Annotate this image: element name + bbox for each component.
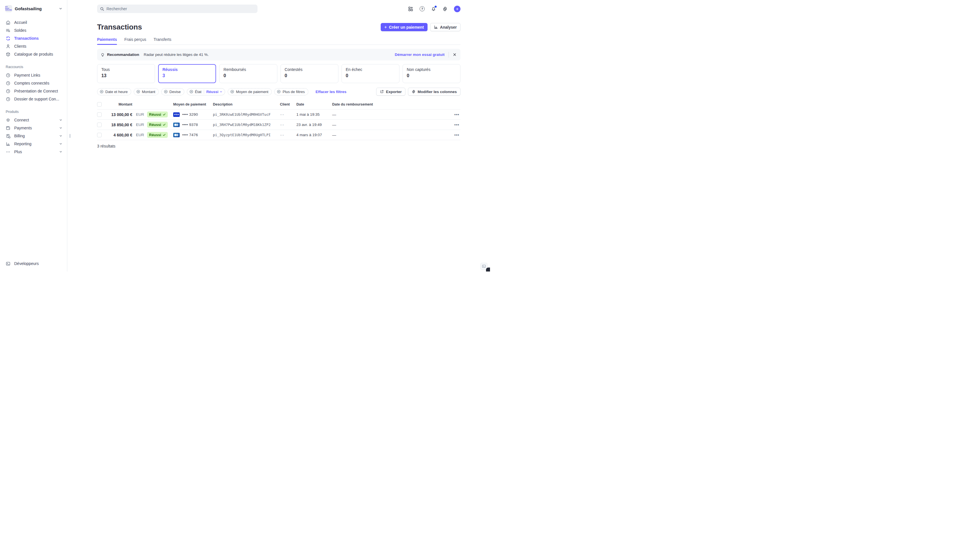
card-number: •••• 3290 [182,112,198,117]
sidebar-item-label: Reporting [14,141,59,146]
start-free-trial-link[interactable]: Démarrer mon essai gratuit [395,52,445,57]
check-icon [163,133,166,137]
sidebar-item-developpeurs[interactable]: Développeurs [0,260,67,268]
home-icon [6,20,11,25]
filter-chip-montant[interactable]: Montant [134,88,159,95]
row-actions-menu[interactable]: ••• [450,112,460,117]
sidebar-item-label: Soldes [14,28,62,33]
create-new-button[interactable]: + [454,6,460,12]
sidebar-item-dossier-support[interactable]: Dossier de support Con... [0,95,67,103]
sidebar-item-presentation-connect[interactable]: Présentation de Connect [0,87,67,95]
analyze-button[interactable]: Analyser [430,23,460,31]
logo-text-line2: SAILING [5,10,12,11]
chevron-down-icon [59,126,62,130]
status-filter-cards: Tous 13 Réussis 3 Remboursés 0 Contestés… [97,64,460,83]
terminal-icon [6,261,11,266]
row-checkbox[interactable] [97,112,102,117]
account-switcher[interactable]: GO FAST SAILING Gofastsailing [0,5,67,12]
tab-frais-percus[interactable]: Frais perçus [124,37,146,44]
row-actions-menu[interactable]: ••• [450,133,460,137]
notification-dot [434,6,437,8]
chip-label: Montant [142,90,155,94]
sidebar: GO FAST SAILING Gofastsailing Accueil So… [0,0,67,272]
date-cell: 4 mars à 19:07 [296,133,332,137]
analyze-label: Analyser [440,25,457,30]
sidebar-item-label: Présentation de Connect [14,89,62,93]
row-actions-menu[interactable]: ••• [450,122,460,127]
table-row[interactable]: 13 000,00 € EUR Réussi •••• 3290 pi_3RK0… [97,110,460,120]
select-all-checkbox[interactable] [97,102,102,107]
export-button[interactable]: Exporter [376,88,406,95]
sidebar-item-label: Catalogue de produits [14,52,62,56]
sidebar-item-comptes-connectes[interactable]: Comptes connectés [0,79,67,87]
card-label: Réussis [162,67,212,72]
banner-tag: Recommandation [107,52,139,57]
column-header-date-remboursement: Date du remboursement [332,102,450,106]
filter-chip-etat[interactable]: État Réussi [187,88,226,95]
create-payment-button[interactable]: + Créer un paiement [381,23,428,31]
column-header-client: Client [280,102,296,106]
description-cell: pi_3RH7PwE1UblM0ydM18Kk1ZP2 [213,122,280,127]
page-header: Transactions + Créer un paiement Analyse… [97,23,460,32]
filter-card-tous[interactable]: Tous 13 [97,64,155,83]
card-value: 0 [407,73,456,78]
clock-icon [6,73,11,78]
row-checkbox[interactable] [97,133,102,137]
sidebar-item-label: Payments [14,126,59,130]
filter-chip-devise[interactable]: Devise [161,88,184,95]
connect-icon [6,118,11,122]
search-input[interactable] [107,6,255,11]
search-icon [100,7,104,11]
settings-gear-icon[interactable] [442,6,448,12]
filter-card-contestes[interactable]: Contestés 0 [280,64,339,83]
search-bar[interactable] [97,5,258,13]
filter-chip-date[interactable]: Date et heure [97,88,131,95]
help-icon[interactable]: ? [420,6,425,11]
sidebar-item-billing[interactable]: Billing [0,132,67,140]
edit-columns-button[interactable]: Modifier les colonnes [408,88,460,95]
sidebar-item-label: Clients [14,44,62,49]
description-cell: pi_3RK0zwE1UblM0ydM0HGVTucF [213,112,280,117]
sidebar-item-plus[interactable]: Plus [0,148,67,156]
x-circle-icon[interactable] [189,90,193,94]
sidebar-item-label: Connect [14,118,59,122]
row-checkbox[interactable] [97,122,102,127]
filter-chip-plus-de-filtres[interactable]: Plus de filtres [274,88,308,95]
sidebar-item-label: Billing [14,133,59,138]
sidebar-item-label: Comptes connectés [14,81,62,86]
table-row[interactable]: 18 850,00 € EUR Réussi •••• 9378 pi_3RH7… [97,120,460,130]
tab-paiements[interactable]: Paiements [97,37,117,44]
tab-transferts[interactable]: Transferts [154,37,172,44]
payments-icon [6,126,11,130]
plus-icon: + [384,25,387,30]
account-name: Gofastsailing [15,6,59,11]
products-nav: Connect Payments Billing Reporting Plus [0,116,67,156]
chip-value[interactable]: Réussi [207,90,223,94]
close-icon[interactable] [453,53,457,56]
sidebar-item-clients[interactable]: Clients [0,42,67,50]
apps-icon[interactable] [408,6,414,12]
clock-icon [6,81,11,86]
sidebar-item-reporting[interactable]: Reporting [0,140,67,148]
clear-filters-link[interactable]: Effacer les filtres [316,90,347,94]
notifications-icon[interactable] [431,6,436,11]
filter-card-en-echec[interactable]: En échec 0 [342,64,399,83]
billing-icon [6,133,11,138]
bar-chart-icon [434,25,438,29]
card-label: Non capturés [407,67,456,72]
sidebar-item-transactions[interactable]: Transactions [0,34,67,42]
filter-card-rembourses[interactable]: Remboursés 0 [219,64,277,83]
sidebar-item-catalogue[interactable]: Catalogue de produits [0,50,67,58]
table-row[interactable]: 4 600,00 € EUR Réussi •••• 7476 pi_3Qyzp… [97,130,460,140]
filter-chip-moyen-paiement[interactable]: Moyen de paiement [228,88,272,95]
sidebar-item-connect[interactable]: Connect [0,116,67,124]
filter-card-reussis[interactable]: Réussis 3 [158,64,216,83]
sidebar-item-label: Dossier de support Con... [14,97,62,101]
sidebar-item-payment-links[interactable]: Payment Links [0,71,67,79]
sidebar-item-payments[interactable]: Payments [0,124,67,132]
sidebar-item-soldes[interactable]: Soldes [0,26,67,34]
filter-card-non-captures[interactable]: Non capturés 0 [402,64,460,83]
status-text: Réussi [149,122,161,127]
sidebar-item-accueil[interactable]: Accueil [0,18,67,26]
banner-text: Radar peut réduire les litiges de 41 %. [144,52,208,57]
